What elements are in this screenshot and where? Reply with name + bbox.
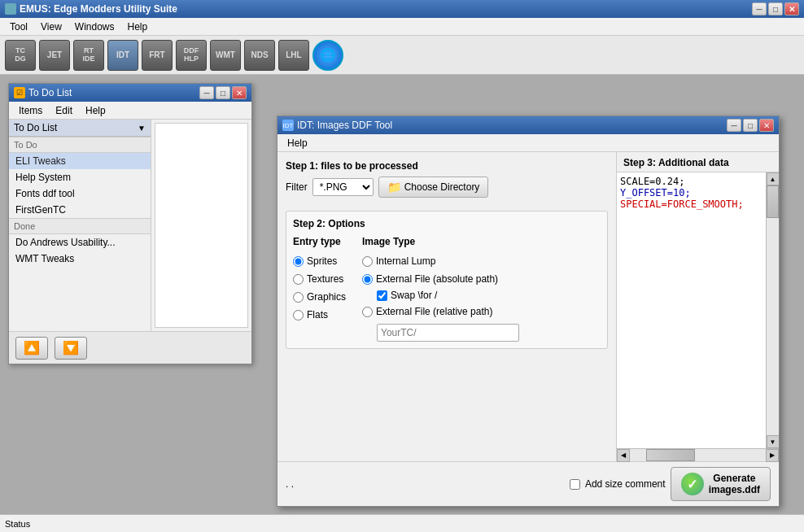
list-item-wmt[interactable]: WMT Tweaks bbox=[9, 251, 151, 267]
todo-list-header-label: To Do List bbox=[14, 122, 57, 133]
idt-maximize-button[interactable]: □ bbox=[743, 119, 758, 132]
idt-bottom-bar: . . Add size comment ✓ Generateimages.dd… bbox=[277, 461, 779, 506]
main-menu-bar: Tool View Windows Help bbox=[0, 18, 804, 36]
radio-external-rel[interactable]: External File (relative path) bbox=[362, 304, 519, 319]
add-size-checkbox[interactable] bbox=[570, 479, 580, 490]
options-row: Entry type Sprites Textures bbox=[293, 236, 601, 342]
internal-lump-label: Internal Lump bbox=[376, 255, 435, 267]
generate-button[interactable]: ✓ Generateimages.ddf bbox=[671, 467, 771, 501]
scroll-left-arrow[interactable]: ◀ bbox=[617, 449, 630, 462]
step3-scrollbar[interactable]: ▲ ▼ bbox=[766, 172, 779, 448]
scroll-down-arrow[interactable]: ▼ bbox=[767, 435, 780, 448]
scroll-right-arrow[interactable]: ▶ bbox=[766, 449, 779, 462]
todo-window: ☑ To Do List ─ □ ✕ Items Edit Help To Do… bbox=[8, 83, 252, 364]
toolbar-lhl[interactable]: LHL bbox=[278, 40, 309, 71]
todo-close-button[interactable]: ✕ bbox=[232, 86, 247, 99]
step3-line-y: Y_OFFSET=10; bbox=[620, 187, 762, 198]
toolbar-wmt[interactable]: WMT bbox=[210, 40, 241, 71]
step3-text-area[interactable]: SCALE=0.24; Y_OFFSET=10; SPECIAL=FORCE_S… bbox=[617, 172, 766, 448]
swap-label: Swap \for / bbox=[391, 290, 437, 301]
radio-graphics[interactable]: Graphics bbox=[293, 290, 346, 304]
toolbar-idt[interactable]: IDT bbox=[107, 40, 138, 71]
step3-line-special: SPECIAL=FORCE_SMOOTH; bbox=[620, 198, 762, 210]
entry-type-label: Entry type bbox=[293, 236, 346, 247]
todo-menu-items[interactable]: Items bbox=[12, 103, 49, 118]
list-item-help[interactable]: Help System bbox=[9, 169, 151, 185]
list-item-firstgen[interactable]: FirstGenTC bbox=[9, 202, 151, 218]
step3-hscrollbar[interactable]: ◀ ▶ bbox=[617, 448, 779, 461]
folder-icon: 📁 bbox=[387, 181, 401, 194]
toolbar-frt[interactable]: FRT bbox=[142, 40, 173, 71]
step2-label: Step 2: Options bbox=[293, 218, 601, 229]
generate-icon: ✓ bbox=[681, 473, 704, 495]
relative-path-input[interactable] bbox=[377, 324, 519, 342]
todo-content: To Do List ▼ To Do ELI Tweaks Help Syste… bbox=[9, 120, 251, 331]
toolbar-rtide[interactable]: RTIDE bbox=[73, 40, 104, 71]
radio-flats[interactable]: Flats bbox=[293, 307, 346, 322]
minimize-button[interactable]: ─ bbox=[752, 2, 767, 15]
filter-label: Filter bbox=[286, 181, 308, 193]
radio-internal-lump[interactable]: Internal Lump bbox=[362, 254, 519, 268]
toolbar-nds[interactable]: NDS bbox=[244, 40, 275, 71]
menu-help[interactable]: Help bbox=[121, 20, 155, 34]
app-title: EMUS: Edge Modders Utility Suite bbox=[20, 3, 177, 15]
idt-close-button[interactable]: ✕ bbox=[759, 119, 774, 132]
scroll-up-arrow[interactable]: ▲ bbox=[767, 172, 780, 185]
toolbar-globe[interactable]: 🌐 bbox=[312, 40, 343, 71]
toolbar-jet[interactable]: JET bbox=[39, 40, 70, 71]
todo-footer: 🔼 🔽 bbox=[9, 331, 251, 364]
main-title-bar: EMUS: Edge Modders Utility Suite ─ □ ✕ bbox=[0, 0, 804, 18]
radio-textures[interactable]: Textures bbox=[293, 272, 346, 286]
status-text: Status bbox=[5, 519, 30, 529]
toolbar-ddf[interactable]: DDFHLP bbox=[176, 40, 207, 71]
scroll-track-h bbox=[630, 449, 766, 461]
todo-list-header: To Do List ▼ bbox=[9, 120, 151, 137]
maximize-button[interactable]: □ bbox=[768, 2, 783, 15]
scroll-thumb[interactable] bbox=[767, 185, 779, 218]
todo-menu-edit[interactable]: Edit bbox=[49, 103, 79, 118]
external-rel-label: External File (relative path) bbox=[376, 306, 492, 317]
scroll-thumb-h[interactable] bbox=[646, 449, 695, 461]
todo-down-button[interactable]: 🔽 bbox=[55, 337, 87, 360]
choose-dir-label: Choose Directory bbox=[404, 181, 480, 193]
idt-window-title: IDT: Images DDF Tool bbox=[297, 120, 392, 131]
todo-window-icon: ☑ bbox=[14, 87, 25, 98]
main-area: ☑ To Do List ─ □ ✕ Items Edit Help To Do… bbox=[0, 75, 804, 514]
menu-tool[interactable]: Tool bbox=[3, 20, 34, 34]
choose-directory-button[interactable]: 📁 Choose Directory bbox=[378, 177, 489, 198]
toolbar: TCDG JET RTIDE IDT FRT DDFHLP WMT NDS LH… bbox=[0, 36, 804, 75]
idt-content: Step 1: files to be processed Filter *.P… bbox=[277, 152, 779, 461]
scroll-track bbox=[767, 185, 779, 435]
idt-minimize-button[interactable]: ─ bbox=[727, 119, 741, 132]
step1-label: Step 1: files to be processed bbox=[286, 160, 608, 172]
step3-line-scale: SCALE=0.24; bbox=[620, 176, 762, 187]
idt-menu-help[interactable]: Help bbox=[281, 136, 314, 150]
menu-view[interactable]: View bbox=[34, 20, 68, 34]
graphics-label: Graphics bbox=[307, 291, 346, 303]
swap-checkbox[interactable] bbox=[377, 290, 387, 301]
app-icon bbox=[5, 3, 16, 15]
idt-right-panel: Step 3: Additional data SCALE=0.24; Y_OF… bbox=[616, 152, 779, 461]
radio-sprites[interactable]: Sprites bbox=[293, 254, 346, 268]
swap-checkbox-row: Swap \for / bbox=[377, 290, 519, 301]
idt-left-panel: Step 1: files to be processed Filter *.P… bbox=[277, 152, 616, 461]
menu-windows[interactable]: Windows bbox=[68, 20, 121, 34]
radio-external-abs[interactable]: External File (absolute path) bbox=[362, 272, 519, 286]
idt-title-bar: IDT IDT: Images DDF Tool ─ □ ✕ bbox=[277, 116, 779, 134]
list-item-andrews[interactable]: Do Andrews Usability... bbox=[9, 234, 151, 251]
todo-window-title: To Do List bbox=[28, 87, 72, 98]
filter-select[interactable]: *.PNG *.JPG *.BMP bbox=[312, 178, 374, 196]
todo-menu-help[interactable]: Help bbox=[79, 103, 112, 118]
todo-menu-bar: Items Edit Help bbox=[9, 102, 251, 120]
toolbar-tcdg[interactable]: TCDG bbox=[5, 40, 36, 71]
todo-title-bar: ☑ To Do List ─ □ ✕ bbox=[9, 84, 251, 102]
idt-window: IDT IDT: Images DDF Tool ─ □ ✕ Help Step… bbox=[277, 116, 780, 507]
todo-up-button[interactable]: 🔼 bbox=[15, 337, 48, 360]
list-item-fonts[interactable]: Fonts ddf tool bbox=[9, 185, 151, 202]
todo-maximize-button[interactable]: □ bbox=[216, 86, 230, 99]
close-button[interactable]: ✕ bbox=[784, 2, 799, 15]
todo-minimize-button[interactable]: ─ bbox=[199, 86, 214, 99]
add-size-row: Add size comment ✓ Generateimages.ddf bbox=[570, 467, 771, 501]
todo-section-done: Done bbox=[9, 218, 151, 234]
list-item-eli[interactable]: ELI Tweaks bbox=[9, 153, 151, 169]
